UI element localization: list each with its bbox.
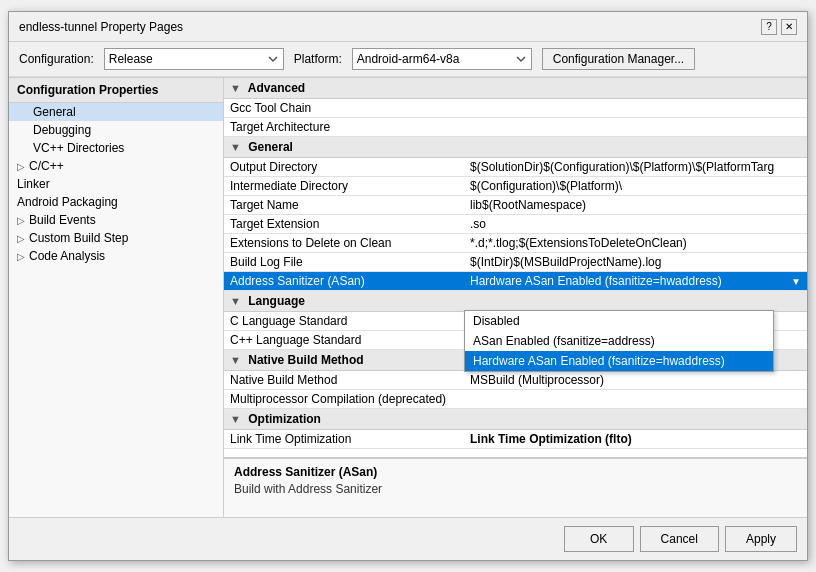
right-panel: ▼ Advanced Gcc Tool Chain Target Archite… xyxy=(224,78,807,517)
prop-name: Target Extension xyxy=(224,215,464,234)
prop-name: Gcc Tool Chain xyxy=(224,99,464,118)
description-panel: Address Sanitizer (ASan) Build with Addr… xyxy=(224,457,807,517)
prop-value[interactable]: $(Configuration)\$(Platform)\ xyxy=(464,177,807,196)
prop-value[interactable]: lib$(RootNamespace) xyxy=(464,196,807,215)
property-pages-dialog: endless-tunnel Property Pages ? ✕ Config… xyxy=(8,11,808,561)
help-button[interactable]: ? xyxy=(761,19,777,35)
prop-name: Multiprocessor Compilation (deprecated) xyxy=(224,390,464,409)
custom-build-expand-icon: ▷ xyxy=(17,233,25,244)
prop-name: Target Name xyxy=(224,196,464,215)
general-label: General xyxy=(33,105,76,119)
prop-value[interactable] xyxy=(464,390,807,409)
sidebar-item-cpp[interactable]: ▷ C/C++ xyxy=(9,157,223,175)
prop-name: C++ Language Standard xyxy=(224,331,464,350)
optimization-expand-icon: ▼ xyxy=(230,413,241,425)
prop-name: Extensions to Delete on Clean xyxy=(224,234,464,253)
table-row: Link Time Optimization Link Time Optimiz… xyxy=(224,430,807,449)
android-pkg-label: Android Packaging xyxy=(17,195,118,209)
desc-title: Address Sanitizer (ASan) xyxy=(234,465,797,479)
native-build-expand-icon: ▼ xyxy=(230,354,241,366)
optimization-section-label: Optimization xyxy=(248,412,321,426)
advanced-section-label: Advanced xyxy=(248,81,305,95)
config-manager-button[interactable]: Configuration Manager... xyxy=(542,48,695,70)
prop-name: Build Log File xyxy=(224,253,464,272)
prop-value[interactable]: *.d;*.tlog;$(ExtensionsToDeleteOnClean) xyxy=(464,234,807,253)
asan-value-cell: Hardware ASan Enabled (fsanitize=hwaddre… xyxy=(470,274,801,288)
table-row: Intermediate Directory $(Configuration)\… xyxy=(224,177,807,196)
asan-prop-value[interactable]: Hardware ASan Enabled (fsanitize=hwaddre… xyxy=(464,272,807,291)
section-general: ▼ General xyxy=(224,137,807,158)
prop-value[interactable]: $(SolutionDir)$(Configuration)\$(Platfor… xyxy=(464,158,807,177)
asan-prop-name: Address Sanitizer (ASan) xyxy=(224,272,464,291)
custom-build-label: Custom Build Step xyxy=(29,231,128,245)
prop-value[interactable] xyxy=(464,99,807,118)
apply-button[interactable]: Apply xyxy=(725,526,797,552)
table-row: Target Architecture xyxy=(224,118,807,137)
prop-name: Intermediate Directory xyxy=(224,177,464,196)
dropdown-option-asan[interactable]: ASan Enabled (fsanitize=address) xyxy=(465,331,773,351)
asan-row[interactable]: Address Sanitizer (ASan) Hardware ASan E… xyxy=(224,272,807,291)
section-advanced: ▼ Advanced xyxy=(224,78,807,99)
table-row: Multiprocessor Compilation (deprecated) xyxy=(224,390,807,409)
ok-button[interactable]: OK xyxy=(564,526,634,552)
dropdown-option-hwasan[interactable]: Hardware ASan Enabled (fsanitize=hwaddre… xyxy=(465,351,773,371)
sidebar-item-debugging[interactable]: Debugging xyxy=(9,121,223,139)
title-bar-controls: ? ✕ xyxy=(761,19,797,35)
table-row: Build Log File $(IntDir)$(MSBuildProject… xyxy=(224,253,807,272)
dropdown-option-disabled[interactable]: Disabled xyxy=(465,311,773,331)
sidebar-item-build-events[interactable]: ▷ Build Events xyxy=(9,211,223,229)
prop-value[interactable]: .so xyxy=(464,215,807,234)
tree-header: Configuration Properties xyxy=(9,78,223,103)
sidebar-item-android-pkg[interactable]: Android Packaging xyxy=(9,193,223,211)
prop-name: Target Architecture xyxy=(224,118,464,137)
prop-value[interactable]: $(IntDir)$(MSBuildProjectName).log xyxy=(464,253,807,272)
prop-name: C Language Standard xyxy=(224,312,464,331)
props-area: ▼ Advanced Gcc Tool Chain Target Archite… xyxy=(224,78,807,457)
language-section-label: Language xyxy=(248,294,305,308)
platform-select[interactable]: Android-arm64-v8a xyxy=(352,48,532,70)
code-analysis-label: Code Analysis xyxy=(29,249,105,263)
platform-label: Platform: xyxy=(294,52,342,66)
close-button[interactable]: ✕ xyxy=(781,19,797,35)
general-section-label: General xyxy=(248,140,293,154)
table-row: Target Name lib$(RootNamespace) xyxy=(224,196,807,215)
linker-label: Linker xyxy=(17,177,50,191)
config-label: Configuration: xyxy=(19,52,94,66)
sidebar-item-custom-build[interactable]: ▷ Custom Build Step xyxy=(9,229,223,247)
table-row: Gcc Tool Chain xyxy=(224,99,807,118)
footer: OK Cancel Apply xyxy=(9,517,807,560)
prop-name: Output Directory xyxy=(224,158,464,177)
build-events-expand-icon: ▷ xyxy=(17,215,25,226)
config-row: Configuration: Release Platform: Android… xyxy=(9,42,807,77)
section-optimization: ▼ Optimization xyxy=(224,409,807,430)
sidebar-item-vc-dirs[interactable]: VC++ Directories xyxy=(9,139,223,157)
prop-value[interactable]: MSBuild (Multiprocessor) xyxy=(464,371,807,390)
prop-value[interactable] xyxy=(464,118,807,137)
prop-name: Link Time Optimization xyxy=(224,430,464,449)
language-expand-icon: ▼ xyxy=(230,295,241,307)
dialog-title: endless-tunnel Property Pages xyxy=(19,20,183,34)
build-events-label: Build Events xyxy=(29,213,96,227)
sidebar-item-linker[interactable]: Linker xyxy=(9,175,223,193)
asan-dropdown: Disabled ASan Enabled (fsanitize=address… xyxy=(464,310,774,372)
asan-dropdown-arrow[interactable]: ▼ xyxy=(791,276,801,287)
sidebar-item-code-analysis[interactable]: ▷ Code Analysis xyxy=(9,247,223,265)
table-row: Output Directory $(SolutionDir)$(Configu… xyxy=(224,158,807,177)
sidebar-item-general[interactable]: General xyxy=(9,103,223,121)
advanced-expand-icon: ▼ xyxy=(230,82,241,94)
table-row: Target Extension .so xyxy=(224,215,807,234)
debugging-label: Debugging xyxy=(33,123,91,137)
asan-value-text: Hardware ASan Enabled (fsanitize=hwaddre… xyxy=(470,274,722,288)
main-content: Configuration Properties General Debuggi… xyxy=(9,77,807,517)
native-build-section-label: Native Build Method xyxy=(248,353,363,367)
table-row: Native Build Method MSBuild (Multiproces… xyxy=(224,371,807,390)
vc-dirs-label: VC++ Directories xyxy=(33,141,124,155)
prop-value[interactable]: Link Time Optimization (flto) xyxy=(464,430,807,449)
desc-text: Build with Address Sanitizer xyxy=(234,482,797,496)
configuration-select[interactable]: Release xyxy=(104,48,284,70)
section-language: ▼ Language xyxy=(224,291,807,312)
code-analysis-expand-icon: ▷ xyxy=(17,251,25,262)
general-expand-icon: ▼ xyxy=(230,141,241,153)
props-table: ▼ Advanced Gcc Tool Chain Target Archite… xyxy=(224,78,807,449)
cancel-button[interactable]: Cancel xyxy=(640,526,719,552)
